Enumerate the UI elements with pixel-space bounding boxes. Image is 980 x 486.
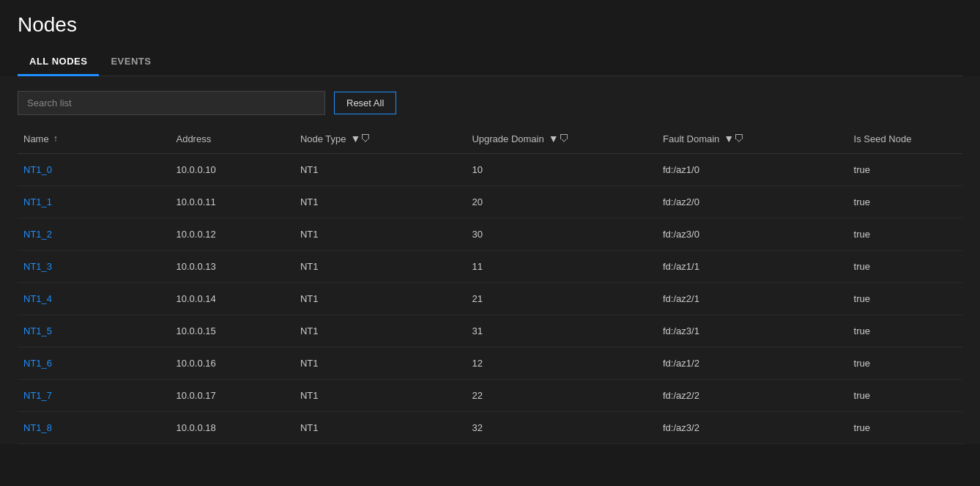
filter-fault-icon[interactable]: ▼⛉ (724, 133, 744, 144)
tab-all-nodes[interactable]: ALL NODES (18, 48, 99, 76)
cell-address: 10.0.0.13 (170, 251, 294, 283)
cell-name[interactable]: NT1_2 (18, 218, 170, 251)
cell-name[interactable]: NT1_0 (18, 154, 170, 186)
search-input[interactable] (18, 91, 325, 115)
table-row: NT1_110.0.0.11NT120fd:/az2/0true (18, 186, 962, 218)
table-row: NT1_410.0.0.14NT121fd:/az2/1true (18, 283, 962, 315)
table-row: NT1_310.0.0.13NT111fd:/az1/1true (18, 251, 962, 283)
cell-name[interactable]: NT1_4 (18, 283, 170, 315)
cell-node-type: NT1 (294, 251, 467, 283)
cell-is-seed-node: true (848, 347, 962, 380)
tab-events[interactable]: EVENTS (99, 48, 163, 76)
cell-name[interactable]: NT1_3 (18, 251, 170, 283)
col-header-name[interactable]: Name ↑ (18, 124, 170, 154)
cell-name[interactable]: NT1_6 (18, 347, 170, 380)
col-header-address: Address (170, 124, 294, 154)
tab-bar: ALL NODES EVENTS (18, 48, 962, 76)
cell-upgrade-domain: 20 (466, 186, 657, 218)
header: Nodes ALL NODES EVENTS (0, 0, 980, 76)
cell-node-type: NT1 (294, 380, 467, 412)
toolbar: Reset All (0, 76, 980, 124)
cell-address: 10.0.0.10 (170, 154, 294, 186)
cell-fault-domain: fd:/az2/2 (657, 380, 848, 412)
sort-up-icon: ↑ (53, 133, 58, 144)
cell-fault-domain: fd:/az3/2 (657, 412, 848, 444)
table-body: NT1_010.0.0.10NT110fd:/az1/0trueNT1_110.… (18, 154, 962, 444)
table-row: NT1_710.0.0.17NT122fd:/az2/2true (18, 380, 962, 412)
cell-is-seed-node: true (848, 315, 962, 347)
cell-fault-domain: fd:/az3/1 (657, 315, 848, 347)
cell-upgrade-domain: 21 (466, 283, 657, 315)
cell-name[interactable]: NT1_7 (18, 380, 170, 412)
cell-address: 10.0.0.18 (170, 412, 294, 444)
reset-all-button[interactable]: Reset All (334, 92, 396, 114)
nodes-table-container: Name ↑ Address Node Type ▼⛉ Upgrade Doma… (0, 124, 980, 444)
cell-fault-domain: fd:/az2/0 (657, 186, 848, 218)
cell-name[interactable]: NT1_5 (18, 315, 170, 347)
cell-fault-domain: fd:/az1/0 (657, 154, 848, 186)
page-title: Nodes (18, 13, 962, 37)
cell-is-seed-node: true (848, 283, 962, 315)
nodes-table: Name ↑ Address Node Type ▼⛉ Upgrade Doma… (18, 124, 962, 444)
cell-is-seed-node: true (848, 154, 962, 186)
cell-fault-domain: fd:/az1/2 (657, 347, 848, 380)
table-header-row: Name ↑ Address Node Type ▼⛉ Upgrade Doma… (18, 124, 962, 154)
cell-is-seed-node: true (848, 251, 962, 283)
cell-is-seed-node: true (848, 186, 962, 218)
table-row: NT1_210.0.0.12NT130fd:/az3/0true (18, 218, 962, 251)
cell-upgrade-domain: 31 (466, 315, 657, 347)
table-row: NT1_010.0.0.10NT110fd:/az1/0true (18, 154, 962, 186)
cell-upgrade-domain: 12 (466, 347, 657, 380)
filter-upgrade-icon[interactable]: ▼⛉ (549, 133, 569, 144)
cell-upgrade-domain: 10 (466, 154, 657, 186)
cell-fault-domain: fd:/az3/0 (657, 218, 848, 251)
table-row: NT1_510.0.0.15NT131fd:/az3/1true (18, 315, 962, 347)
cell-node-type: NT1 (294, 283, 467, 315)
col-header-node-type[interactable]: Node Type ▼⛉ (294, 124, 467, 154)
filter-nodetype-icon[interactable]: ▼⛉ (351, 133, 371, 144)
table-row: NT1_610.0.0.16NT112fd:/az1/2true (18, 347, 962, 380)
table-row: NT1_810.0.0.18NT132fd:/az3/2true (18, 412, 962, 444)
col-header-upgrade-domain[interactable]: Upgrade Domain ▼⛉ (466, 124, 657, 154)
cell-node-type: NT1 (294, 186, 467, 218)
cell-upgrade-domain: 22 (466, 380, 657, 412)
cell-name[interactable]: NT1_1 (18, 186, 170, 218)
cell-address: 10.0.0.12 (170, 218, 294, 251)
cell-node-type: NT1 (294, 412, 467, 444)
cell-name[interactable]: NT1_8 (18, 412, 170, 444)
cell-address: 10.0.0.17 (170, 380, 294, 412)
cell-node-type: NT1 (294, 347, 467, 380)
cell-fault-domain: fd:/az1/1 (657, 251, 848, 283)
cell-is-seed-node: true (848, 218, 962, 251)
cell-is-seed-node: true (848, 380, 962, 412)
cell-upgrade-domain: 30 (466, 218, 657, 251)
cell-is-seed-node: true (848, 412, 962, 444)
cell-address: 10.0.0.15 (170, 315, 294, 347)
cell-node-type: NT1 (294, 154, 467, 186)
cell-upgrade-domain: 11 (466, 251, 657, 283)
col-header-is-seed-node: Is Seed Node (848, 124, 962, 154)
cell-node-type: NT1 (294, 315, 467, 347)
cell-address: 10.0.0.16 (170, 347, 294, 380)
cell-address: 10.0.0.14 (170, 283, 294, 315)
cell-address: 10.0.0.11 (170, 186, 294, 218)
cell-node-type: NT1 (294, 218, 467, 251)
cell-upgrade-domain: 32 (466, 412, 657, 444)
cell-fault-domain: fd:/az2/1 (657, 283, 848, 315)
col-header-fault-domain[interactable]: Fault Domain ▼⛉ (657, 124, 848, 154)
